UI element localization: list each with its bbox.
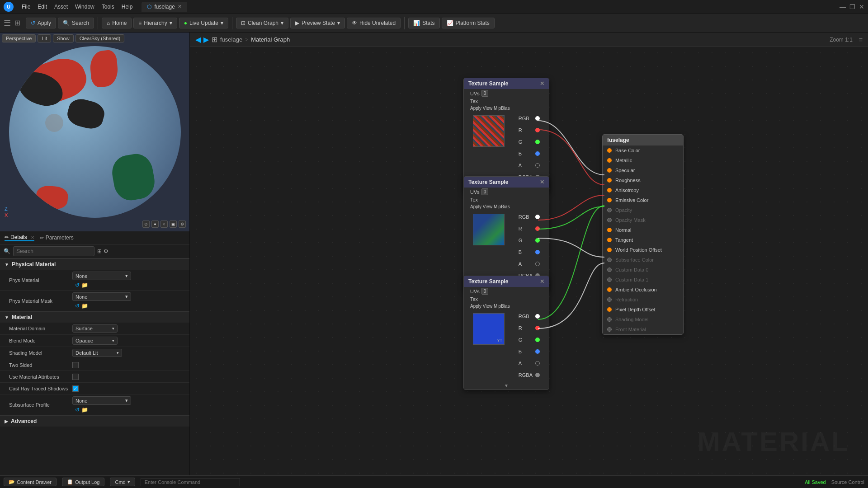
- editor-tab[interactable]: ⬡ fuselage ✕: [142, 2, 187, 12]
- stats-button[interactable]: 📊 Stats: [408, 18, 439, 28]
- clean-graph-icon: ⊡: [241, 20, 245, 26]
- collapse-icon: ▼: [5, 262, 9, 267]
- vp-icon-2[interactable]: ●: [151, 221, 159, 228]
- vp-icon-4[interactable]: ▣: [170, 221, 177, 228]
- restore-icon[interactable]: ❐: [849, 3, 855, 10]
- node-1-header: Texture Sample ✕: [464, 78, 549, 89]
- menu-file[interactable]: File: [22, 4, 30, 10]
- clean-graph-button[interactable]: ⊡ Clean Graph ▾: [236, 18, 288, 28]
- phys-material-dropdown[interactable]: None ▾: [72, 272, 131, 280]
- live-update-button[interactable]: ● Live Update ▾: [179, 18, 228, 28]
- node-3-a-out: A: [514, 358, 544, 368]
- console-input[interactable]: [141, 478, 240, 486]
- texture-sample-node-2[interactable]: Texture Sample ✕ UVs 0 Tex Apply View Mi…: [463, 176, 549, 291]
- advanced-section[interactable]: ▶ Advanced: [0, 415, 189, 427]
- pin-r-out-2: [535, 226, 540, 231]
- perspective-badge[interactable]: Perspective: [2, 34, 36, 42]
- breadcrumb-parent[interactable]: fuselage: [220, 36, 242, 43]
- close-icon[interactable]: ✕: [859, 3, 864, 10]
- pin-g-out-2: [535, 238, 540, 243]
- menu-edit[interactable]: Edit: [38, 4, 47, 10]
- grid-view-icon[interactable]: ⊞: [97, 248, 102, 254]
- phys-material-mask-dropdown[interactable]: None ▾: [72, 292, 131, 301]
- search-button[interactable]: 🔍 Search: [58, 18, 94, 28]
- search-icon-2: 🔍: [4, 248, 10, 254]
- details-search-bar: 🔍 ⊞ ⚙: [0, 244, 189, 258]
- panel-collapse-icon[interactable]: ≡: [859, 36, 863, 43]
- node-3-close-icon[interactable]: ✕: [540, 278, 544, 285]
- subsurface-dropdown-wrap: None ▾: [72, 396, 185, 405]
- breadcrumb-current: Material Graph: [251, 36, 290, 43]
- pin-r-out-3: [535, 326, 540, 330]
- texture-sample-node-1[interactable]: Texture Sample ✕ UVs 0 Tex Apply View Mi…: [463, 78, 549, 192]
- hide-unrelated-button[interactable]: 👁 Hide Unrelated: [347, 18, 401, 28]
- home-button[interactable]: ⌂ Home: [102, 18, 132, 28]
- platform-stats-button[interactable]: 📈 Platform Stats: [442, 18, 495, 28]
- use-material-checkbox[interactable]: [72, 374, 79, 380]
- output-pin-dot: [607, 188, 612, 192]
- tab-details[interactable]: ✏ Details ✕: [5, 234, 34, 241]
- cast-ray-checkbox[interactable]: ✓: [72, 385, 79, 392]
- menu-window[interactable]: Window: [75, 4, 94, 10]
- node-2-b-out: B: [514, 247, 544, 257]
- node-3-expand[interactable]: ▼: [464, 382, 549, 389]
- output-log-icon: 📋: [67, 479, 73, 485]
- source-control-label[interactable]: Source Control: [831, 479, 864, 485]
- viewport[interactable]: Perspective Lit Show ClearSky (Shared) Z…: [0, 33, 189, 231]
- reset-icon[interactable]: ↺: [75, 282, 80, 288]
- sky-badge[interactable]: ClearSky (Shared): [75, 34, 124, 42]
- material-section[interactable]: ▼ Material: [0, 311, 189, 323]
- reset-icon-3[interactable]: ↺: [75, 407, 80, 413]
- output-pin-dot: [607, 297, 612, 302]
- pin-b-out-2: [535, 250, 540, 254]
- output-pin-dot: [607, 307, 612, 312]
- output-pin-label: Front Material: [615, 327, 646, 332]
- physical-material-section[interactable]: ▼ Physical Material: [0, 258, 189, 270]
- output-log-tab[interactable]: 📋 Output Log: [62, 478, 104, 486]
- tab-close-icon[interactable]: ✕: [31, 235, 34, 240]
- two-sided-checkbox[interactable]: [72, 362, 79, 368]
- reset-icon-2[interactable]: ↺: [75, 303, 80, 309]
- output-pin-row: Tangent: [603, 235, 683, 245]
- material-domain-dropdown[interactable]: Surface ▾: [72, 324, 118, 333]
- content-drawer-tab[interactable]: 📂 Content Drawer: [4, 478, 57, 486]
- menu-tools[interactable]: Tools: [102, 4, 114, 10]
- browse-icon[interactable]: 📁: [81, 282, 88, 288]
- node-1-close-icon[interactable]: ✕: [540, 80, 544, 87]
- details-search-input[interactable]: [13, 246, 94, 256]
- back-nav-icon[interactable]: ◀: [195, 35, 201, 44]
- show-badge[interactable]: Show: [53, 34, 74, 42]
- shading-model-dropdown[interactable]: Default Lit ▾: [72, 349, 122, 357]
- shading-model-value: Default Lit ▾: [72, 349, 185, 357]
- vp-icon-1[interactable]: ⊙: [142, 221, 150, 228]
- lit-badge[interactable]: Lit: [38, 34, 51, 42]
- node-2-close-icon[interactable]: ✕: [540, 179, 544, 185]
- vp-icon-5[interactable]: ⚙: [179, 221, 186, 228]
- browse-icon-2[interactable]: 📁: [81, 303, 88, 309]
- minimize-icon[interactable]: —: [840, 3, 846, 10]
- preview-state-button[interactable]: ▶ Preview State ▾: [290, 18, 345, 28]
- apply-button[interactable]: ↺ Apply: [26, 18, 56, 28]
- node-2-outputs: RGB R G B A: [514, 212, 544, 281]
- menu-asset[interactable]: Asset: [54, 4, 68, 10]
- texture-sample-node-3[interactable]: Texture Sample ✕ UVs 0 Tex Apply View Mi…: [463, 276, 549, 390]
- hierarchy-button[interactable]: ≡ Hierarchy ▾: [133, 18, 177, 28]
- browse-icon-3[interactable]: 📁: [81, 407, 88, 413]
- output-pin-label: Custom Data 1: [615, 277, 648, 282]
- status-bar-right: All Saved Source Control: [805, 479, 864, 485]
- node-2-rgb-out: RGB: [514, 212, 544, 222]
- tab-close-icon[interactable]: ✕: [178, 4, 182, 9]
- forward-nav-icon[interactable]: ▶: [203, 35, 209, 44]
- settings-icon[interactable]: ⚙: [104, 248, 108, 254]
- phys-material-dropdown-wrap: None ▾: [72, 272, 185, 280]
- subsurface-profile-value: None ▾ ↺ 📁: [72, 396, 185, 413]
- node-1-rgb-out: RGB: [514, 113, 544, 123]
- blend-mode-dropdown[interactable]: Opaque ▾: [72, 337, 118, 345]
- vp-icon-3[interactable]: ○: [160, 221, 168, 228]
- tab-parameters[interactable]: ✏ Parameters: [40, 234, 74, 241]
- output-node[interactable]: fuselage Base ColorMetallicSpecularRough…: [602, 134, 684, 335]
- graph-area[interactable]: ◀ ▶ ⊞ fuselage > Material Graph Zoom 1:1…: [190, 33, 868, 475]
- menu-help[interactable]: Help: [122, 4, 133, 10]
- cmd-tab[interactable]: Cmd ▾: [110, 478, 135, 486]
- subsurface-dropdown[interactable]: None ▾: [72, 396, 131, 405]
